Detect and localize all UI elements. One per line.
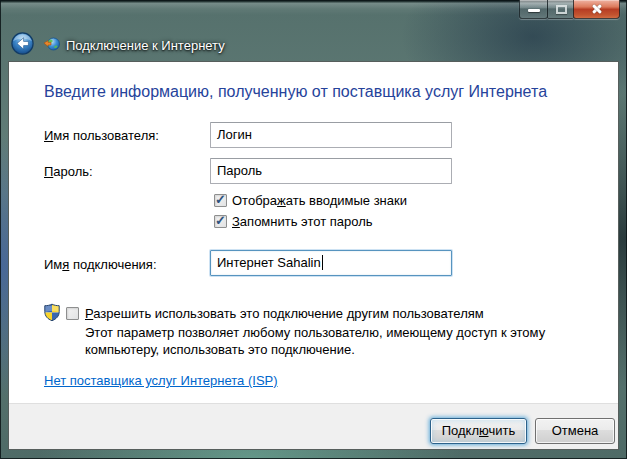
connect-internet-icon [43,36,60,53]
titlebar[interactable]: Подключение к Интернету [0,0,627,60]
close-button[interactable] [573,0,620,19]
password-input[interactable]: Пароль [210,158,452,184]
password-label: Пароль: [44,164,93,179]
back-button[interactable] [11,32,34,55]
allow-others-checkbox[interactable] [66,307,79,320]
allow-others-description: Этот параметр позволяет любому пользоват… [85,324,601,358]
connect-button[interactable]: Подключить [430,418,527,444]
caption-buttons [519,0,620,19]
username-label: Имя пользователя: [44,128,159,143]
connection-name-label: Имя подключения: [44,257,157,272]
allow-others-label[interactable]: Разрешить использовать это подключение д… [85,306,484,321]
close-icon [590,3,603,16]
remember-password-checkbox[interactable]: ✓ [214,215,227,228]
cancel-button[interactable]: Отмена [535,418,615,444]
text-caret [322,255,323,270]
remember-password-label[interactable]: Запомнить этот пароль [232,214,373,229]
show-characters-checkbox[interactable]: ✓ [214,194,227,207]
window-title: Подключение к Интернету [66,38,225,53]
show-characters-label[interactable]: Отображать вводимые знаки [232,193,407,208]
username-input[interactable]: Логин [210,122,452,148]
checkmark-icon: ✓ [215,192,226,207]
uac-shield-icon [43,303,61,322]
minimize-button[interactable] [519,0,548,19]
page-title: Введите информацию, полученную от постав… [44,83,547,101]
connect-to-internet-window: Подключение к Интернету Введите информац… [0,0,627,459]
client-area: Введите информацию, полученную от постав… [8,61,619,450]
maximize-button[interactable] [547,0,574,19]
maximize-icon [556,5,567,14]
checkmark-icon: ✓ [215,213,226,228]
minimize-icon [528,9,540,12]
no-isp-link[interactable]: Нет поставщика услуг Интернета (ISP) [44,373,278,388]
connection-name-input[interactable]: Интернет Sahalin [210,250,452,276]
footer: Подключить Отмена [9,403,618,449]
